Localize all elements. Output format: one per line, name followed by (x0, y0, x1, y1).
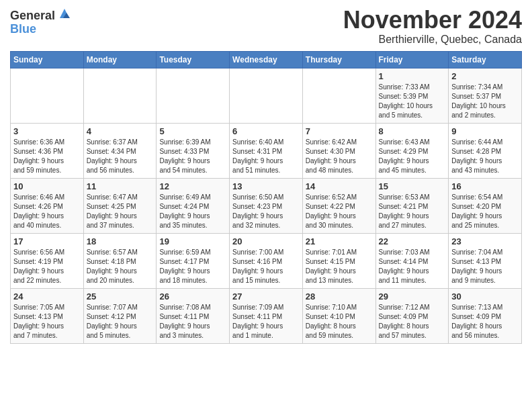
day-info: Sunrise: 7:05 AM Sunset: 4:13 PM Dayligh… (13, 303, 81, 340)
calendar-week-2: 3Sunrise: 6:36 AM Sunset: 4:36 PM Daylig… (11, 123, 522, 178)
logo: General Blue (10, 9, 72, 36)
day-number: 26 (159, 291, 226, 302)
day-info: Sunrise: 6:42 AM Sunset: 4:30 PM Dayligh… (306, 138, 373, 175)
header-monday: Monday (83, 51, 157, 68)
day-info: Sunrise: 6:46 AM Sunset: 4:26 PM Dayligh… (13, 193, 81, 230)
calendar-cell: 8Sunrise: 6:43 AM Sunset: 4:29 PM Daylig… (375, 123, 449, 178)
header-friday: Friday (375, 51, 449, 68)
calendar-cell: 5Sunrise: 6:39 AM Sunset: 4:33 PM Daylig… (157, 123, 230, 178)
calendar-cell: 14Sunrise: 6:52 AM Sunset: 4:22 PM Dayli… (302, 178, 375, 233)
day-info: Sunrise: 7:03 AM Sunset: 4:14 PM Dayligh… (379, 248, 446, 285)
calendar-cell: 12Sunrise: 6:49 AM Sunset: 4:24 PM Dayli… (157, 178, 230, 233)
calendar-cell: 29Sunrise: 7:12 AM Sunset: 4:09 PM Dayli… (375, 288, 449, 343)
logo-general-text: General (10, 9, 55, 23)
day-info: Sunrise: 7:33 AM Sunset: 5:39 PM Dayligh… (379, 83, 446, 120)
calendar-cell: 7Sunrise: 6:42 AM Sunset: 4:30 PM Daylig… (302, 123, 375, 178)
calendar-cell: 22Sunrise: 7:03 AM Sunset: 4:14 PM Dayli… (375, 233, 449, 288)
day-info: Sunrise: 6:44 AM Sunset: 4:28 PM Dayligh… (451, 138, 519, 175)
calendar-cell: 13Sunrise: 6:50 AM Sunset: 4:23 PM Dayli… (230, 178, 303, 233)
calendar-cell: 18Sunrise: 6:57 AM Sunset: 4:18 PM Dayli… (83, 233, 157, 288)
day-info: Sunrise: 6:43 AM Sunset: 4:29 PM Dayligh… (379, 138, 446, 175)
day-info: Sunrise: 6:40 AM Sunset: 4:31 PM Dayligh… (232, 138, 300, 175)
day-info: Sunrise: 6:54 AM Sunset: 4:20 PM Dayligh… (451, 193, 519, 230)
header-wednesday: Wednesday (230, 51, 303, 68)
header-thursday: Thursday (302, 51, 375, 68)
calendar-cell (83, 68, 157, 123)
day-number: 8 (379, 126, 446, 136)
logo-blue-text: Blue (10, 23, 72, 36)
day-info: Sunrise: 7:34 AM Sunset: 5:37 PM Dayligh… (451, 83, 519, 120)
calendar-cell: 21Sunrise: 7:01 AM Sunset: 4:15 PM Dayli… (302, 233, 375, 288)
day-info: Sunrise: 6:57 AM Sunset: 4:18 PM Dayligh… (87, 248, 154, 285)
weekday-header-row: Sunday Monday Tuesday Wednesday Thursday… (11, 51, 522, 68)
day-info: Sunrise: 6:36 AM Sunset: 4:36 PM Dayligh… (13, 138, 81, 175)
day-number: 17 (13, 236, 81, 246)
day-number: 24 (13, 291, 81, 302)
calendar-cell: 27Sunrise: 7:09 AM Sunset: 4:11 PM Dayli… (230, 288, 303, 343)
day-info: Sunrise: 6:56 AM Sunset: 4:19 PM Dayligh… (13, 248, 81, 285)
day-info: Sunrise: 6:50 AM Sunset: 4:23 PM Dayligh… (232, 193, 300, 230)
calendar-week-1: 1Sunrise: 7:33 AM Sunset: 5:39 PM Daylig… (11, 68, 522, 123)
day-info: Sunrise: 7:12 AM Sunset: 4:09 PM Dayligh… (379, 303, 446, 340)
header-saturday: Saturday (449, 51, 522, 68)
header-tuesday: Tuesday (157, 51, 230, 68)
calendar-cell: 23Sunrise: 7:04 AM Sunset: 4:13 PM Dayli… (449, 233, 522, 288)
calendar-cell (11, 68, 84, 123)
day-number: 28 (306, 291, 373, 302)
month-title: November 2024 (343, 7, 522, 34)
day-info: Sunrise: 6:59 AM Sunset: 4:17 PM Dayligh… (159, 248, 226, 285)
calendar-week-3: 10Sunrise: 6:46 AM Sunset: 4:26 PM Dayli… (11, 178, 522, 233)
day-number: 27 (232, 291, 300, 302)
day-number: 11 (87, 181, 154, 191)
calendar-cell: 17Sunrise: 6:56 AM Sunset: 4:19 PM Dayli… (11, 233, 84, 288)
location-title: Berthierville, Quebec, Canada (343, 34, 522, 46)
day-info: Sunrise: 7:13 AM Sunset: 4:09 PM Dayligh… (451, 303, 519, 340)
day-number: 5 (159, 126, 226, 136)
day-info: Sunrise: 7:08 AM Sunset: 4:11 PM Dayligh… (159, 303, 226, 340)
calendar-cell: 6Sunrise: 6:40 AM Sunset: 4:31 PM Daylig… (230, 123, 303, 178)
day-info: Sunrise: 6:37 AM Sunset: 4:34 PM Dayligh… (87, 138, 154, 175)
day-number: 6 (232, 126, 300, 136)
calendar-cell (230, 68, 303, 123)
day-number: 7 (306, 126, 373, 136)
calendar-cell: 10Sunrise: 6:46 AM Sunset: 4:26 PM Dayli… (11, 178, 84, 233)
header: General Blue November 2024 Berthierville… (10, 7, 522, 46)
calendar-cell: 30Sunrise: 7:13 AM Sunset: 4:09 PM Dayli… (449, 288, 522, 343)
day-number: 14 (306, 181, 373, 191)
calendar-cell: 15Sunrise: 6:53 AM Sunset: 4:21 PM Dayli… (375, 178, 449, 233)
day-info: Sunrise: 6:47 AM Sunset: 4:25 PM Dayligh… (87, 193, 154, 230)
day-number: 1 (379, 71, 446, 81)
calendar-cell: 4Sunrise: 6:37 AM Sunset: 4:34 PM Daylig… (83, 123, 157, 178)
day-number: 22 (379, 236, 446, 246)
day-number: 16 (451, 181, 519, 191)
day-info: Sunrise: 6:39 AM Sunset: 4:33 PM Dayligh… (159, 138, 226, 175)
day-number: 30 (451, 291, 519, 302)
calendar-cell: 24Sunrise: 7:05 AM Sunset: 4:13 PM Dayli… (11, 288, 84, 343)
logo-icon (57, 6, 72, 21)
day-number: 29 (379, 291, 446, 302)
day-info: Sunrise: 7:01 AM Sunset: 4:15 PM Dayligh… (306, 248, 373, 285)
day-number: 3 (13, 126, 81, 136)
day-number: 10 (13, 181, 81, 191)
day-info: Sunrise: 7:07 AM Sunset: 4:12 PM Dayligh… (87, 303, 154, 340)
calendar-cell (302, 68, 375, 123)
day-number: 25 (87, 291, 154, 302)
day-info: Sunrise: 6:49 AM Sunset: 4:24 PM Dayligh… (159, 193, 226, 230)
day-number: 12 (159, 181, 226, 191)
calendar-cell: 25Sunrise: 7:07 AM Sunset: 4:12 PM Dayli… (83, 288, 157, 343)
day-info: Sunrise: 7:04 AM Sunset: 4:13 PM Dayligh… (451, 248, 519, 285)
day-number: 19 (159, 236, 226, 246)
day-number: 18 (87, 236, 154, 246)
day-number: 13 (232, 181, 300, 191)
day-number: 20 (232, 236, 300, 246)
day-info: Sunrise: 7:10 AM Sunset: 4:10 PM Dayligh… (306, 303, 373, 340)
calendar-cell: 26Sunrise: 7:08 AM Sunset: 4:11 PM Dayli… (157, 288, 230, 343)
calendar-cell: 2Sunrise: 7:34 AM Sunset: 5:37 PM Daylig… (449, 68, 522, 123)
day-number: 4 (87, 126, 154, 136)
day-info: Sunrise: 6:53 AM Sunset: 4:21 PM Dayligh… (379, 193, 446, 230)
day-number: 2 (451, 71, 519, 81)
day-number: 23 (451, 236, 519, 246)
day-info: Sunrise: 7:00 AM Sunset: 4:16 PM Dayligh… (232, 248, 300, 285)
calendar-cell: 11Sunrise: 6:47 AM Sunset: 4:25 PM Dayli… (83, 178, 157, 233)
calendar-cell: 20Sunrise: 7:00 AM Sunset: 4:16 PM Dayli… (230, 233, 303, 288)
